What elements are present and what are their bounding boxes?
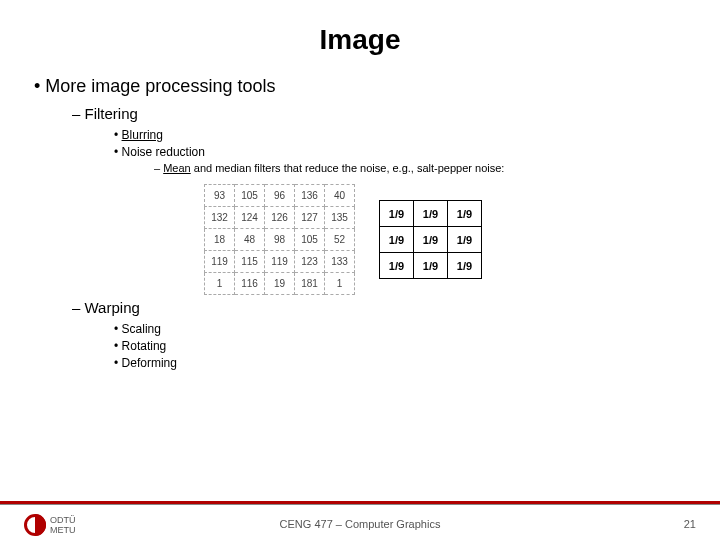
bullet-filtering: Filtering: [72, 105, 696, 122]
bullet-warping: Warping: [72, 299, 696, 316]
cell: 181: [295, 273, 325, 295]
page-number: 21: [684, 518, 696, 530]
cell: 116: [235, 273, 265, 295]
table-row: 119115119123133: [205, 251, 355, 273]
cell: 48: [235, 229, 265, 251]
cell: 136: [295, 185, 325, 207]
table-row: 931059613640: [205, 185, 355, 207]
cell: 1/9: [414, 227, 448, 253]
cell: 52: [325, 229, 355, 251]
kernel-grid: 1/91/91/9 1/91/91/9 1/91/91/9: [379, 200, 482, 279]
table-row: 1/91/91/9: [380, 227, 482, 253]
bullet-deforming: Deforming: [114, 356, 696, 370]
cell: 1/9: [380, 227, 414, 253]
cell: 1: [205, 273, 235, 295]
bullet-blurring: Blurring: [114, 128, 696, 142]
cell: 105: [295, 229, 325, 251]
cell: 1/9: [380, 253, 414, 279]
cell: 133: [325, 251, 355, 273]
cell: 119: [265, 251, 295, 273]
mean-prefix: Mean: [163, 162, 191, 174]
cell: 40: [325, 185, 355, 207]
cell: 1/9: [448, 253, 482, 279]
cell: 126: [265, 207, 295, 229]
cell: 93: [205, 185, 235, 207]
bullet-mean: Mean and median filters that reduce the …: [154, 162, 696, 174]
pixel-grid: 931059613640 132124126127135 18489810552…: [204, 184, 355, 295]
bullet-main: More image processing tools: [34, 76, 696, 97]
slide: Image More image processing tools Filter…: [0, 0, 720, 540]
cell: 105: [235, 185, 265, 207]
cell: 132: [205, 207, 235, 229]
cell: 1/9: [448, 201, 482, 227]
slide-title: Image: [24, 24, 696, 56]
cell: 1/9: [414, 201, 448, 227]
cell: 127: [295, 207, 325, 229]
cell: 98: [265, 229, 295, 251]
table-row: 18489810552: [205, 229, 355, 251]
cell: 1/9: [414, 253, 448, 279]
bullet-rotating: Rotating: [114, 339, 696, 353]
cell: 124: [235, 207, 265, 229]
bullet-scaling: Scaling: [114, 322, 696, 336]
cell: 19: [265, 273, 295, 295]
table-row: 132124126127135: [205, 207, 355, 229]
mean-rest: and median filters that reduce the noise…: [191, 162, 505, 174]
cell: 96: [265, 185, 295, 207]
cell: 18: [205, 229, 235, 251]
table-row: 1116191811: [205, 273, 355, 295]
cell: 115: [235, 251, 265, 273]
footer-divider: [0, 501, 720, 504]
footer-course: CENG 477 – Computer Graphics: [0, 518, 720, 530]
cell: 1/9: [380, 201, 414, 227]
table-row: 1/91/91/9: [380, 253, 482, 279]
blurring-text: Blurring: [122, 128, 163, 142]
cell: 1: [325, 273, 355, 295]
cell: 135: [325, 207, 355, 229]
cell: 1/9: [448, 227, 482, 253]
cell: 123: [295, 251, 325, 273]
tables-row: 931059613640 132124126127135 18489810552…: [204, 184, 696, 295]
cell: 119: [205, 251, 235, 273]
bullet-noise: Noise reduction: [114, 145, 696, 159]
table-row: 1/91/91/9: [380, 201, 482, 227]
